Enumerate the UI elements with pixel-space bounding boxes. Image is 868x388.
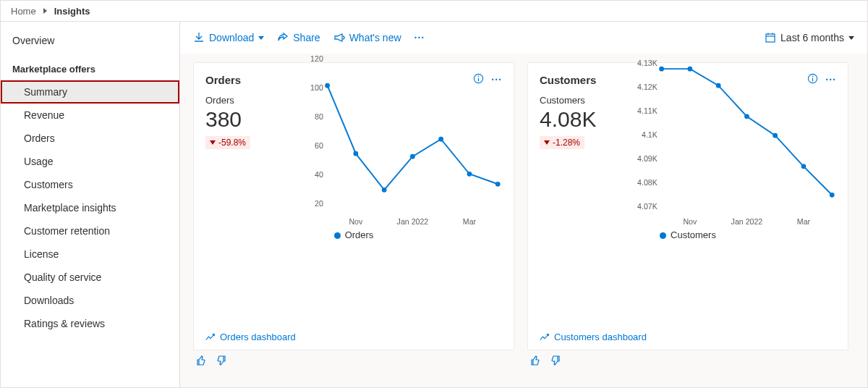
sidebar-item-quality-of-service[interactable]: Quality of service [1, 266, 179, 289]
svg-text:4.09K: 4.09K [637, 154, 658, 163]
sidebar-item-orders[interactable]: Orders [1, 127, 179, 150]
orders-legend: Orders [205, 229, 502, 240]
svg-text:4.12K: 4.12K [637, 83, 658, 91]
customers-delta-value: -1.28% [553, 138, 580, 148]
toolbar: Download Share What's new ··· Last 6 mon… [180, 22, 867, 54]
svg-point-21 [467, 172, 472, 177]
orders-kpi-value: 380 [205, 107, 299, 132]
sidebar-section-header: Marketplace offers [1, 54, 179, 80]
orders-delta-badge: -59.8% [205, 136, 250, 149]
trend-icon [205, 332, 216, 342]
download-button[interactable]: Download [193, 32, 264, 43]
thumbs-down-button[interactable] [215, 355, 226, 368]
sidebar-item-license[interactable]: License [1, 242, 179, 266]
svg-text:4.08K: 4.08K [637, 178, 658, 187]
svg-point-36 [659, 67, 664, 72]
share-icon [277, 32, 289, 43]
svg-point-37 [688, 67, 693, 72]
svg-point-18 [382, 187, 387, 193]
svg-point-38 [716, 83, 721, 88]
svg-text:4.07K: 4.07K [637, 202, 658, 211]
download-label: Download [209, 32, 254, 43]
sidebar-item-customers[interactable]: Customers [1, 173, 179, 196]
sidebar-item-revenue[interactable]: Revenue [1, 104, 179, 127]
date-range-picker[interactable]: Last 6 months [765, 32, 854, 43]
share-label: Share [293, 32, 320, 43]
sidebar-item-usage[interactable]: Usage [1, 150, 179, 173]
thumbs-down-button[interactable] [549, 355, 561, 368]
svg-text:80: 80 [315, 112, 323, 121]
customers-legend: Customers [540, 229, 836, 240]
orders-card: Orders ··· Orders 380 [193, 62, 514, 350]
svg-point-40 [773, 133, 778, 138]
thumbs-up-button[interactable] [530, 355, 542, 368]
svg-point-17 [354, 151, 359, 156]
svg-point-22 [495, 182, 501, 187]
sidebar-item-marketplace-insights[interactable]: Marketplace insights [1, 196, 179, 219]
orders-kpi-label: Orders [205, 95, 299, 106]
svg-text:100: 100 [310, 83, 323, 92]
svg-text:20: 20 [315, 199, 323, 208]
svg-text:4.11K: 4.11K [637, 106, 658, 115]
svg-rect-0 [766, 34, 775, 42]
megaphone-icon [333, 32, 345, 43]
thumbs-up-button[interactable] [196, 355, 208, 368]
svg-text:Nov: Nov [349, 217, 363, 226]
customers-feedback [527, 350, 848, 368]
share-button[interactable]: Share [277, 32, 320, 43]
customers-delta-badge: -1.28% [540, 136, 584, 149]
customers-kpi-value: 4.08K [540, 107, 634, 132]
orders-feedback [193, 350, 514, 368]
svg-text:Mar: Mar [463, 217, 477, 226]
sidebar-item-ratings-reviews[interactable]: Ratings & reviews [1, 312, 179, 335]
sidebar-item-customer-retention[interactable]: Customer retention [1, 219, 179, 242]
orders-chart: 20406080100120NovJan 2022Mar [299, 54, 502, 228]
customers-chart: 4.07K4.08K4.09K4.1K4.11K4.12K4.13KNovJan… [634, 54, 836, 228]
svg-text:Jan 2022: Jan 2022 [731, 217, 763, 226]
customers-kpi-label: Customers [540, 95, 634, 106]
svg-point-19 [410, 154, 415, 159]
svg-point-39 [744, 114, 749, 119]
customers-dashboard-link[interactable]: Customers dashboard [540, 326, 836, 342]
date-range-label: Last 6 months [780, 32, 844, 43]
svg-text:120: 120 [310, 54, 323, 63]
sidebar-item-summary[interactable]: Summary [1, 80, 179, 104]
svg-text:Nov: Nov [683, 217, 697, 226]
customers-card: Customers ··· Customers 4.08K [527, 62, 848, 350]
trend-down-icon [210, 140, 216, 145]
sidebar-item-downloads[interactable]: Downloads [1, 289, 179, 312]
toolbar-overflow[interactable]: ··· [414, 32, 425, 43]
sidebar: Overview Marketplace offers Summary Reve… [1, 22, 180, 387]
svg-point-41 [801, 164, 807, 169]
svg-text:4.1K: 4.1K [642, 130, 658, 139]
breadcrumb-home[interactable]: Home [11, 6, 36, 17]
chevron-down-icon [848, 36, 854, 40]
orders-dashboard-link[interactable]: Orders dashboard [205, 326, 502, 342]
breadcrumb-current: Insights [54, 6, 90, 17]
trend-down-icon [544, 140, 550, 145]
svg-text:40: 40 [315, 170, 323, 179]
calendar-icon [765, 32, 776, 43]
svg-point-20 [438, 137, 443, 142]
sidebar-overview[interactable]: Overview [1, 28, 179, 54]
whats-new-button[interactable]: What's new [333, 32, 401, 43]
svg-text:4.13K: 4.13K [637, 59, 658, 67]
orders-delta-value: -59.8% [218, 138, 246, 148]
trend-icon [540, 332, 550, 342]
svg-text:Jan 2022: Jan 2022 [397, 217, 429, 226]
svg-text:60: 60 [315, 141, 323, 150]
breadcrumb: Home Insights [1, 1, 867, 21]
download-icon [193, 32, 205, 43]
svg-text:Mar: Mar [797, 217, 811, 226]
svg-point-42 [830, 193, 835, 198]
chevron-right-icon [43, 8, 47, 14]
whats-new-label: What's new [349, 32, 401, 43]
svg-point-16 [325, 83, 330, 88]
chevron-down-icon [258, 36, 264, 40]
